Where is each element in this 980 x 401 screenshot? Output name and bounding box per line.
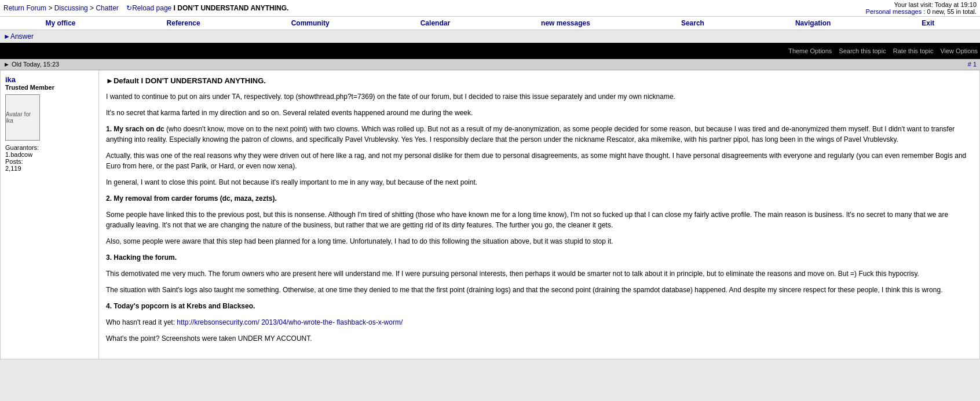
discussing-link[interactable]: Discussing — [54, 4, 88, 12]
section4-heading: 4. Today's popcorn is at Krebs and Black… — [106, 302, 255, 310]
main-content: ika Trusted Member Avatar for ika Guaran… — [0, 70, 980, 359]
nav-my-office[interactable]: My office — [46, 19, 76, 27]
paragraph-section3-heading: 3. Hacking the forum. — [106, 252, 972, 263]
paragraph-section4-link: Who hasn't read it yet: http://krebsonse… — [106, 317, 972, 328]
paragraph-section4-account: What's the point? Screenshots were taken… — [106, 333, 972, 344]
user-name[interactable]: ika — [5, 75, 94, 84]
avatar: Avatar for ika — [5, 94, 40, 141]
nav-navigation[interactable]: Navigation — [795, 19, 831, 27]
section1-text: (who doesn't know, move on to the next p… — [106, 125, 955, 144]
section3-heading: 3. Hacking the forum. — [106, 253, 177, 262]
nav-community[interactable]: Community — [291, 19, 330, 27]
top-bar: Return Forum > Discussing > Chatter ↻Rel… — [0, 0, 980, 17]
last-visit: Your last visit: Today at 19:10 — [866, 1, 977, 8]
reload-link[interactable]: ↻Reload page — [126, 4, 171, 12]
search-this-topic-link[interactable]: Search this topic — [839, 47, 886, 54]
post-icon: ►Default — [106, 76, 141, 85]
post-content: ►Default I DON'T UNDERSTAND ANYTHING. I … — [99, 71, 979, 359]
avatar-label: Avatar for ika — [6, 111, 39, 124]
answer-row: ►Answer — [0, 30, 980, 43]
forum-link[interactable]: Forum — [26, 4, 46, 12]
paragraph-section2-text: Some people have linked this to the prev… — [106, 209, 972, 230]
paragraph-section1: 1. My srach on dc (who doesn't know, mov… — [106, 124, 972, 145]
krebs-link[interactable]: http://krebsonsecurity.com/ 2013/04/who-… — [177, 318, 403, 326]
post-subject: I DON'T UNDERSTAND ANYTHING. — [141, 76, 266, 85]
section1-heading: 1. My srach on dc — [106, 125, 164, 133]
rate-this-topic-link[interactable]: Rate this topic — [893, 47, 934, 54]
nav-new-messages[interactable]: new messages — [541, 19, 590, 27]
posts-value: 2,119 — [5, 165, 94, 172]
user-meta: Guarantors: 1.badcow Posts: 2,119 — [5, 144, 94, 172]
pm-detail: : 0 new, 55 in total. — [923, 8, 977, 15]
post-number: # 1 — [968, 61, 977, 68]
nav-reference[interactable]: Reference — [167, 19, 200, 27]
paragraph-section1-close: In general, I want to close this point. … — [106, 177, 972, 187]
krebs-label: Who hasn't read it yet: — [106, 318, 177, 326]
nav-exit[interactable]: Exit — [922, 19, 934, 27]
top-right-info: Your last visit: Today at 19:10 Personal… — [866, 1, 977, 15]
nav-search[interactable]: Search — [681, 19, 704, 27]
section2-heading: 2. My removal from carder forums (dc, ma… — [106, 194, 277, 203]
post-date: ► Old Today, 15:23 — [3, 61, 59, 68]
page-title: I DON'T UNDERSTAND ANYTHING. — [174, 4, 289, 12]
user-role: Trusted Member — [5, 84, 94, 91]
old-icon: ► — [3, 61, 10, 68]
paragraph-section4-heading: 4. Today's popcorn is at Krebs and Black… — [106, 301, 972, 311]
answer-link[interactable]: ►Answer — [3, 32, 34, 41]
guarantors-value: 1.badcow — [5, 151, 94, 158]
paragraph-section2-also: Also, some people were aware that this s… — [106, 236, 972, 247]
post-timestamp: Today, 15:23 — [23, 61, 59, 68]
paragraph-intro: I wanted to continue to put on airs unde… — [106, 91, 972, 102]
breadcrumb: Return Forum > Discussing > Chatter ↻Rel… — [3, 4, 288, 12]
paragraph-section2-heading: 2. My removal from carder forums (dc, ma… — [106, 193, 972, 204]
paragraph-karma: It's no secret that karma farted in my d… — [106, 108, 972, 118]
nav-bar: My office Reference Community Calendar n… — [0, 17, 980, 30]
nav-calendar[interactable]: Calendar — [420, 19, 450, 27]
post-title: ►Default I DON'T UNDERSTAND ANYTHING. — [106, 75, 972, 87]
theme-options-link[interactable]: Theme Options — [788, 47, 832, 54]
paragraph-section3-logs: The situation with Saint's logs also tau… — [106, 285, 972, 295]
thread-header: ► Old Today, 15:23 # 1 — [0, 59, 980, 70]
guarantors-label: Guarantors: — [5, 144, 94, 151]
post-number-link[interactable]: # 1 — [968, 61, 977, 68]
return-link[interactable]: Return — [3, 4, 24, 12]
pm-info: Personal messages : 0 new, 55 in total. — [866, 8, 977, 15]
posts-label: Posts: — [5, 158, 94, 165]
black-toolbar: Theme Options Search this topic Rate thi… — [0, 43, 980, 59]
paragraph-section1-follow: Actually, this was one of the real reaso… — [106, 150, 972, 171]
user-sidebar: ika Trusted Member Avatar for ika Guaran… — [1, 71, 99, 359]
paragraph-section3-text: This demotivated me very much. The forum… — [106, 268, 972, 279]
view-options-link[interactable]: View Options — [940, 47, 978, 54]
user-name-link[interactable]: ika — [5, 75, 16, 84]
personal-messages-link[interactable]: Personal messages — [866, 8, 922, 15]
chatter-link[interactable]: Chatter — [96, 4, 118, 12]
